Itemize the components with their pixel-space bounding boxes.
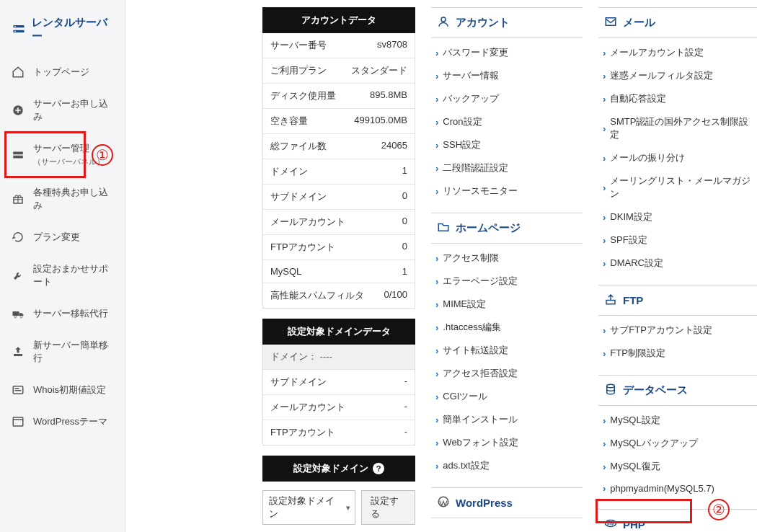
table-row: FTPアカウント- xyxy=(263,420,415,445)
link-list: ›サブFTPアカウント設定›FTP制限設定 xyxy=(598,316,757,375)
link-item[interactable]: ›SPF設定 xyxy=(598,229,757,252)
sidebar-item-6[interactable]: サーバー移転代行 xyxy=(0,298,125,329)
row-key: メールアカウント xyxy=(270,216,345,229)
svg-rect-11 xyxy=(13,417,23,426)
link-item[interactable]: ›自動応答設定 xyxy=(598,87,757,110)
link-item[interactable]: ›バックアップ xyxy=(431,87,583,110)
link-item[interactable]: ›FTP制限設定 xyxy=(598,342,757,365)
sidebar-item-7[interactable]: 新サーバー簡単移行 xyxy=(0,329,125,374)
chevron-right-icon: › xyxy=(435,368,438,379)
link-item[interactable]: ›アクセス拒否設定 xyxy=(431,362,583,385)
col-right: ② メール›メールアカウント設定›迷惑メールフィルタ設定›自動応答設定›SMTP… xyxy=(598,7,757,532)
sidebar-item-8[interactable]: Whois初期値設定 xyxy=(0,374,125,406)
card-icon xyxy=(12,384,25,396)
link-item[interactable]: ›簡単インストール xyxy=(431,408,583,431)
link-item[interactable]: ›Cron設定 xyxy=(431,110,583,133)
link-label: ads.txt設定 xyxy=(443,459,489,472)
link-list: ›アクセス制限›エラーページ設定›MIME設定›.htaccess編集›サイト転… xyxy=(431,244,583,487)
link-item[interactable]: ›サイト転送設定 xyxy=(431,339,583,362)
svg-point-8 xyxy=(20,316,22,318)
category-title: データベース xyxy=(623,384,688,397)
link-item[interactable]: ›ads.txt設定 xyxy=(431,454,583,477)
link-list: ›MySQL設定›MySQLバックアップ›MySQL復元›phpmyadmin(… xyxy=(598,406,757,509)
domain-target-button[interactable]: 設定する xyxy=(361,490,415,525)
server-icon xyxy=(12,148,25,161)
link-item[interactable]: ›SSH設定 xyxy=(431,133,583,156)
link-item[interactable]: ›リソースモニター xyxy=(431,179,583,203)
link-item[interactable]: ›メールアカウント設定 xyxy=(598,41,757,64)
chevron-right-icon: › xyxy=(435,345,438,356)
link-label: 二段階認証設定 xyxy=(443,161,508,174)
svg-point-0 xyxy=(14,25,16,27)
link-item[interactable]: ›DMARC設定 xyxy=(598,252,757,275)
sidebar-item-1[interactable]: サーバーお申し込み xyxy=(0,88,125,133)
ftp-icon xyxy=(604,293,617,308)
link-item[interactable]: ›.htaccess編集 xyxy=(431,316,583,339)
sidebar-item-label: 新サーバー簡単移行 xyxy=(33,339,113,365)
link-item[interactable]: ›MySQLバックアップ xyxy=(598,432,757,455)
link-item[interactable]: ›メーリングリスト・メールマガジン xyxy=(598,169,757,205)
folder-icon xyxy=(437,221,450,236)
link-item[interactable]: ›エラーページ設定 xyxy=(431,270,583,293)
chevron-right-icon: › xyxy=(603,71,606,81)
sidebar-item-5[interactable]: 設定おまかせサポート xyxy=(0,253,125,298)
link-item[interactable]: ›MySQL復元 xyxy=(598,455,757,478)
link-label: Webフォント設定 xyxy=(443,436,518,449)
link-item[interactable]: ›CGIツール xyxy=(431,385,583,408)
link-item[interactable]: ›アクセス制限 xyxy=(431,247,583,270)
link-item[interactable]: ›MySQL設定 xyxy=(598,409,757,432)
link-item[interactable]: ›DKIM設定 xyxy=(598,205,757,229)
php-icon: php xyxy=(604,517,617,532)
svg-point-7 xyxy=(14,316,17,318)
account-data-header: アカウントデータ xyxy=(262,7,415,33)
table-row: 空き容量499105.0MB xyxy=(263,108,415,133)
domain-target-select[interactable]: 設定対象ドメイン xyxy=(262,490,355,525)
link-item[interactable]: ›パスワード変更 xyxy=(431,41,583,64)
row-key: ご利用プラン xyxy=(270,64,327,77)
link-item[interactable]: ›phpmyadmin(MySQL5.7) xyxy=(598,478,757,499)
chevron-right-icon: › xyxy=(435,276,438,287)
link-label: .htaccess編集 xyxy=(443,321,501,334)
table-row: 総ファイル数24065 xyxy=(263,133,415,159)
row-key: サブドメイン xyxy=(270,376,327,389)
table-row: ご利用プランスタンダード xyxy=(263,58,415,83)
link-label: アクセス拒否設定 xyxy=(443,367,518,380)
svg-rect-14 xyxy=(606,18,616,26)
link-item[interactable]: ›Webフォント設定 xyxy=(431,431,583,454)
row-val: sv8708 xyxy=(377,39,407,52)
sidebar-item-4[interactable]: プラン変更 xyxy=(0,221,125,253)
row-val: 0/100 xyxy=(384,289,407,302)
category-header-ホームページ: ホームページ xyxy=(431,213,583,244)
link-label: メールの振り分け xyxy=(610,151,685,164)
chevron-right-icon: › xyxy=(603,182,606,193)
link-item[interactable]: ›SMTP認証の国外アクセス制限設定 xyxy=(598,110,757,146)
row-val: 0 xyxy=(402,190,407,203)
link-item[interactable]: ›二段階認証設定 xyxy=(431,156,583,179)
chevron-right-icon: › xyxy=(435,322,438,333)
row-val: 0 xyxy=(402,241,407,254)
category-header-FTP: FTP xyxy=(598,285,757,316)
category-header-WordPress: WordPress xyxy=(431,487,583,518)
chevron-right-icon: › xyxy=(435,391,438,402)
chevron-right-icon: › xyxy=(435,299,438,310)
link-item[interactable]: ›MIME設定 xyxy=(431,293,583,316)
link-label: SPF設定 xyxy=(610,234,647,247)
sidebar-item-0[interactable]: トップページ xyxy=(0,56,125,88)
chevron-right-icon: › xyxy=(435,461,438,471)
link-label: MySQL設定 xyxy=(610,414,660,427)
link-item[interactable]: ›迷惑メールフィルタ設定 xyxy=(598,64,757,87)
table-row: サーバー番号sv8708 xyxy=(263,33,415,58)
link-item[interactable]: ›サブFTPアカウント設定 xyxy=(598,319,757,342)
chevron-right-icon: › xyxy=(435,140,438,151)
link-item[interactable]: ›サーバー情報 xyxy=(431,64,583,87)
sidebar-item-3[interactable]: 各種特典お申し込み xyxy=(0,177,125,221)
upload-icon xyxy=(12,345,25,358)
link-label: 迷惑メールフィルタ設定 xyxy=(610,69,713,82)
row-key: サブドメイン xyxy=(270,190,327,203)
col-mid: アカウント›パスワード変更›サーバー情報›バックアップ›Cron設定›SSH設定… xyxy=(431,7,583,532)
chevron-right-icon: › xyxy=(435,117,438,128)
link-label: phpmyadmin(MySQL5.7) xyxy=(610,483,714,494)
link-item[interactable]: ›メールの振り分け xyxy=(598,146,757,169)
row-val: 24065 xyxy=(381,140,407,153)
sidebar-item-9[interactable]: WordPressテーマ xyxy=(0,406,125,438)
